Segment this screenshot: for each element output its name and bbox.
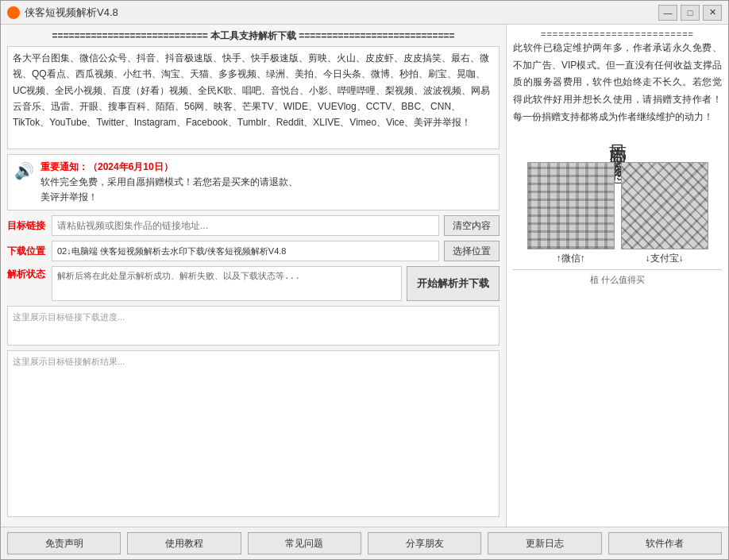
title-bar-controls: — □ ✕ (658, 5, 722, 21)
notice-title: 重要通知：（2024年6月10日） (40, 160, 492, 175)
right-divider-top: ========================== (513, 29, 722, 40)
tutorial-button[interactable]: 使用教程 (127, 532, 241, 554)
title-bar-text: 侠客短视频解析V4.8 (25, 6, 658, 20)
minimize-button[interactable]: — (658, 5, 677, 21)
wechat-label: ↑微信↑ (557, 251, 585, 266)
author-button[interactable]: 软件作者 (608, 532, 722, 554)
notice-icon: 🔊 (14, 161, 34, 180)
platforms-text: 各大平台图集、微信公众号、抖音、抖音极速版、快手、快手极速版、剪映、火山、皮皮虾… (13, 52, 490, 129)
watermark-text: 植 什么值得买 (590, 275, 645, 284)
wechat-qr-item: ↑微信↑ (527, 162, 615, 266)
title-bar: 侠客短视频解析V4.8 — □ ✕ (1, 1, 728, 25)
progress-text: 这里展示目标链接下载进度... (13, 312, 125, 322)
alipay-label: ↓支付宝↓ (646, 251, 684, 266)
left-panel: ============================ 本工具支持解析下载 =… (1, 25, 506, 527)
status-label: 解析状态 (7, 268, 47, 281)
start-button[interactable]: 开始解析并下载 (407, 266, 499, 301)
changelog-button[interactable]: 更新日志 (488, 532, 601, 554)
tool-title: 本工具支持解析下载 (210, 30, 296, 41)
notice-content: 重要通知：（2024年6月10日） 软件完全免费，采用自愿捐赠模式！若您若是买来… (40, 160, 492, 206)
right-panel: ========================== 此软件已稳定维护两年多，作… (506, 25, 728, 527)
share-button[interactable]: 分享朋友 (368, 532, 481, 554)
alipay-qr-code (621, 162, 708, 249)
right-main-text: 此软件已稳定维护两年多，作者承诺永久免费、不加广告、VIP模式。但一直没有任何收… (513, 40, 722, 126)
progress-area: 这里展示目标链接下载进度... (7, 306, 499, 346)
notice-line1: 软件完全免费，采用自愿捐赠模式！若您若是买来的请退款、 (40, 175, 492, 190)
result-text: 这里展示目标链接解析结果... (13, 357, 125, 366)
status-row: 解析状态 开始解析并下载 (7, 266, 499, 301)
qr-area: ↑微信↑ ↓支付宝↓ (513, 162, 722, 266)
url-input[interactable] (52, 215, 439, 236)
alipay-qr-item: ↓支付宝↓ (621, 162, 708, 266)
status-textarea[interactable] (52, 266, 402, 301)
choose-path-button[interactable]: 选择位置 (444, 241, 499, 261)
notice-box: 🔊 重要通知：（2024年6月10日） 软件完全免费，采用自愿捐赠模式！若您若是… (7, 154, 499, 211)
qr-row: ↑微信↑ ↓支付宝↓ (527, 162, 708, 266)
watermark: 植 什么值得买 (513, 269, 722, 288)
path-value: 02↓电脑端 侠客短视频解析去水印下载/侠客短视频解析V4.8 (57, 245, 286, 257)
path-display: 02↓电脑端 侠客短视频解析去水印下载/侠客短视频解析V4.8 (52, 241, 439, 261)
url-row: 目标链接 清空内容 (7, 215, 499, 236)
clear-button[interactable]: 清空内容 (444, 215, 499, 236)
tool-header: ============================ 本工具支持解析下载 =… (7, 29, 499, 43)
result-area: 这里展示目标链接解析结果... (7, 350, 499, 517)
wechat-qr-code (527, 162, 615, 249)
main-content: ============================ 本工具支持解析下载 =… (1, 25, 728, 527)
divider-right: ============================ (299, 30, 454, 41)
notice-line2: 美评并举报！ (40, 190, 492, 205)
path-label: 下载位置 (7, 245, 47, 258)
path-row: 下载位置 02↓电脑端 侠客短视频解析去水印下载/侠客短视频解析V4.8 选择位… (7, 241, 499, 261)
gratitude-vertical-area: 风雨同舟一路有您 (513, 130, 722, 156)
disclaimer-button[interactable]: 免责声明 (7, 532, 121, 554)
divider-left: ============================ (52, 30, 207, 41)
main-window: 侠客短视频解析V4.8 — □ ✕ ======================… (0, 0, 729, 560)
faq-button[interactable]: 常见问题 (248, 532, 361, 554)
app-icon (7, 6, 20, 19)
url-label: 目标链接 (7, 219, 47, 233)
bottom-bar: 免责声明 使用教程 常见问题 分享朋友 更新日志 软件作者 (1, 527, 728, 559)
maximize-button[interactable]: □ (681, 5, 700, 21)
platforms-area: 各大平台图集、微信公众号、抖音、抖音极速版、快手、快手极速版、剪映、火山、皮皮虾… (7, 46, 499, 149)
gratitude-vertical-text: 风雨同舟一路有您 (605, 130, 630, 156)
close-button[interactable]: ✕ (703, 5, 722, 21)
